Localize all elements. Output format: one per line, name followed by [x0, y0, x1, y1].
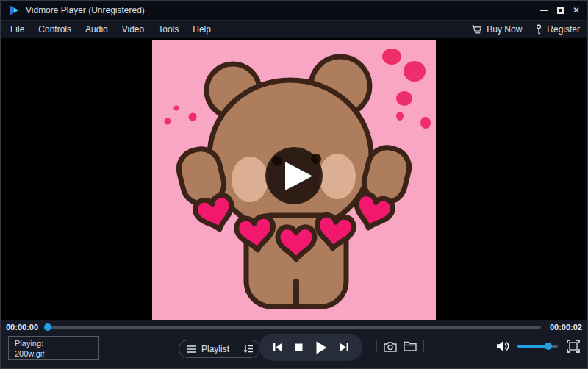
- menu-items: File Controls Audio Video Tools Help: [10, 24, 211, 35]
- volume-group: [496, 340, 558, 353]
- fullscreen-button[interactable]: [567, 340, 580, 353]
- play-order-button[interactable]: [237, 340, 259, 357]
- divider: [423, 340, 424, 352]
- play-order-icon: [243, 345, 254, 354]
- video-area[interactable]: [1, 38, 587, 322]
- cart-icon: [471, 25, 482, 35]
- player-window: Vidmore Player (Unregistered) ✕ File Con…: [0, 0, 588, 369]
- controls-row: Playing: 200w.gif Playlist: [1, 334, 587, 368]
- play-icon: [315, 341, 327, 354]
- vidmore-logo-icon: [8, 4, 20, 16]
- snapshot-group: [376, 340, 424, 353]
- menu-audio[interactable]: Audio: [85, 24, 108, 35]
- bear-hearts-gif-frame: [152, 40, 436, 320]
- playing-filename: 200w.gif: [15, 348, 93, 359]
- titlebar: Vidmore Player (Unregistered) ✕: [1, 1, 587, 21]
- register-label: Register: [547, 24, 580, 35]
- divider: [376, 340, 377, 352]
- now-playing-box: Playing: 200w.gif: [8, 336, 99, 360]
- open-snapshot-folder-button[interactable]: [404, 341, 417, 351]
- window-controls: ✕: [539, 4, 581, 16]
- menu-controls[interactable]: Controls: [38, 24, 71, 35]
- menu-video[interactable]: Video: [122, 24, 144, 35]
- control-bar: 00:00:00 00:00:02 Playing: 200w.gif Play…: [1, 320, 587, 368]
- volume-fill: [517, 345, 548, 348]
- minimize-button[interactable]: [539, 4, 549, 16]
- video-frame: [152, 40, 436, 320]
- play-button[interactable]: [315, 341, 327, 354]
- playlist-label: Playlist: [201, 344, 229, 354]
- seek-thumb[interactable]: [44, 323, 51, 331]
- menu-tools[interactable]: Tools: [158, 24, 179, 35]
- maximize-button[interactable]: [555, 4, 565, 16]
- playlist-button[interactable]: Playlist: [179, 340, 237, 357]
- camera-icon: [384, 341, 397, 352]
- menu-file[interactable]: File: [10, 24, 24, 35]
- previous-icon: [273, 343, 282, 352]
- menu-help[interactable]: Help: [193, 24, 211, 35]
- buy-now-label: Buy Now: [487, 24, 522, 35]
- speaker-icon: [496, 340, 510, 352]
- playing-label: Playing:: [15, 338, 93, 348]
- elapsed-time: 00:00:00: [6, 323, 41, 332]
- playlist-control: Playlist: [179, 340, 260, 358]
- volume-slider[interactable]: [517, 345, 558, 348]
- maximize-icon: [557, 7, 564, 14]
- menubar: File Controls Audio Video Tools Help Buy…: [1, 21, 587, 38]
- snapshot-button[interactable]: [384, 341, 397, 352]
- folder-icon: [404, 341, 417, 351]
- key-icon: [535, 24, 542, 35]
- total-time: 00:00:02: [547, 323, 582, 332]
- overlay-play-button[interactable]: [265, 147, 323, 204]
- close-icon: ✕: [573, 6, 580, 15]
- stop-icon: [295, 343, 303, 351]
- close-button[interactable]: ✕: [571, 4, 581, 16]
- next-button[interactable]: [340, 343, 349, 352]
- playback-controls: [259, 334, 362, 361]
- window-title: Vidmore Player (Unregistered): [26, 5, 145, 15]
- mute-button[interactable]: [496, 340, 510, 352]
- list-icon: [187, 345, 196, 353]
- register-button[interactable]: Register: [535, 24, 580, 35]
- stop-button[interactable]: [295, 343, 303, 351]
- buy-now-button[interactable]: Buy Now: [471, 24, 522, 35]
- previous-button[interactable]: [273, 343, 282, 352]
- minimize-icon: [540, 10, 548, 11]
- menubar-right: Buy Now Register: [471, 24, 580, 35]
- seek-bar[interactable]: [44, 326, 541, 329]
- seek-row: 00:00:00 00:00:02: [1, 320, 587, 334]
- volume-thumb[interactable]: [545, 343, 552, 350]
- next-icon: [340, 343, 349, 352]
- fullscreen-icon: [567, 340, 580, 353]
